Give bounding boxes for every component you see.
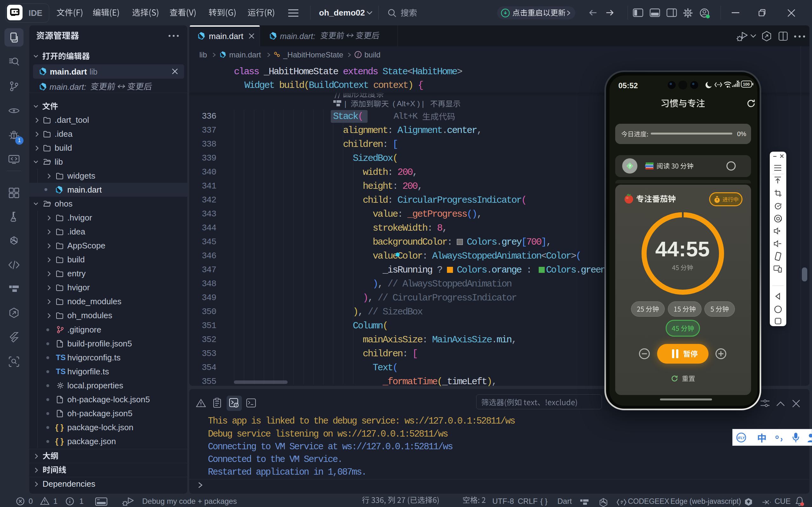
svg-text:100: 100	[743, 82, 750, 87]
svg-text:?: ?	[629, 164, 631, 168]
svg-text:iFLY: iFLY	[738, 436, 745, 440]
svg-text:f: f	[358, 52, 359, 57]
